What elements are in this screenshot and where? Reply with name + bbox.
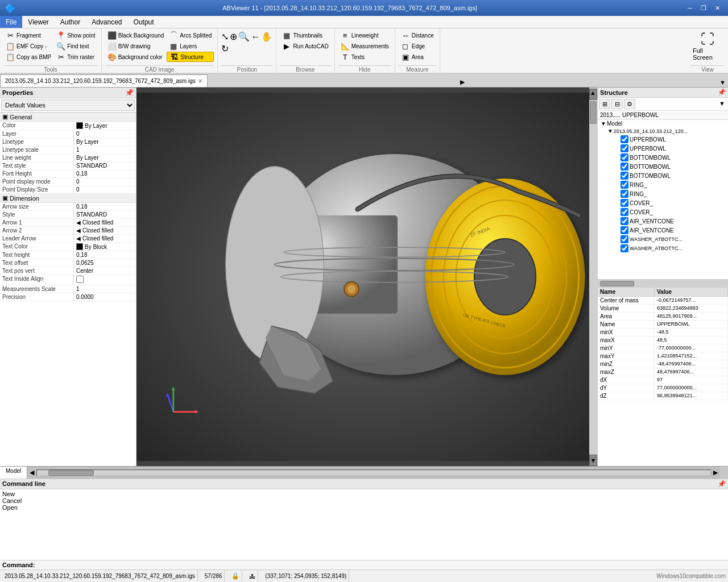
tree-item-11[interactable]: WASHER_ATBOTTC...	[598, 235, 728, 244]
tree-item-5[interactable]: RING_	[598, 180, 728, 189]
section-dimension[interactable]: ▣ Dimension	[0, 194, 136, 203]
tree-cb-12[interactable]	[621, 244, 628, 252]
thumbnails-btn[interactable]: ▦ Thumbnails	[280, 30, 330, 40]
section-general[interactable]: ▣ General	[0, 113, 136, 122]
menu-author[interactable]: Author	[55, 16, 86, 28]
view-tab-model[interactable]: Model	[0, 467, 27, 479]
texts-btn[interactable]: T Texts	[338, 52, 391, 62]
fragment-btn[interactable]: ✂ Fragment	[3, 30, 53, 40]
viewport[interactable]: ZF INDIA OIL TYPE ATF CHECK	[136, 88, 597, 466]
tree-item-7[interactable]: COVER_	[598, 198, 728, 207]
tree-cb-1[interactable]	[621, 144, 628, 152]
menu-file[interactable]: File	[0, 16, 22, 28]
trim-raster-btn[interactable]: ✂ Trim raster	[54, 52, 97, 62]
tree-cb-11[interactable]	[621, 235, 628, 243]
h-scroll-thumb[interactable]	[48, 470, 94, 476]
h-scrollbar-container[interactable]: ◀ ▶	[27, 467, 720, 479]
tree-file[interactable]: ▼ 2013.05.28_14.10.33.212_120...	[598, 127, 728, 135]
cmd-input-row: Command:	[0, 560, 728, 569]
tree-item-1[interactable]: UPPERBOWL	[598, 144, 728, 153]
lineweight-btn[interactable]: ≡ Lineweight	[338, 30, 391, 40]
copy-emf-btn[interactable]: 📋 EMF Copy -	[3, 41, 53, 51]
pos-icon-4[interactable]: ←	[251, 32, 260, 42]
struct-btn-2[interactable]: ⊟	[611, 99, 623, 109]
area-btn[interactable]: ▣ Area	[399, 52, 436, 62]
tree-cb-9[interactable]	[621, 217, 628, 225]
pos-icon-6[interactable]: ↻	[221, 43, 229, 54]
restore-button[interactable]: ❐	[697, 3, 710, 13]
tree-cb-5[interactable]	[621, 181, 628, 189]
tree-cb-3[interactable]	[621, 163, 628, 171]
close-button[interactable]: ✕	[711, 3, 723, 13]
tree-item-2[interactable]: BOTTOMBOWL	[598, 153, 728, 162]
pos-icon-3[interactable]: 🔍	[238, 31, 250, 42]
props-row-4: minX -48,5	[598, 329, 728, 336]
tree-item-3[interactable]: BOTTOMBOWL	[598, 162, 728, 171]
tab-close-btn[interactable]: ✕	[198, 78, 202, 84]
show-point-icon: 📍	[56, 31, 65, 40]
layers-btn[interactable]: ▦ Layers	[167, 41, 214, 51]
tree-item-10[interactable]: AIR_VENTCONE	[598, 226, 728, 235]
cmd-pin[interactable]: 📌	[718, 480, 726, 488]
tree-scroll-thumb[interactable]	[600, 281, 634, 286]
menu-viewer[interactable]: Viewer	[22, 16, 54, 28]
fullscreen-btn[interactable]: ⛶ Full Screen	[690, 30, 725, 62]
edge-btn[interactable]: ◻ Edge	[399, 41, 436, 51]
tree-item-0[interactable]: UPPERBOWL	[598, 135, 728, 144]
struct-btn-1[interactable]: ⊞	[599, 99, 610, 109]
tree-scrollbar-h[interactable]	[598, 279, 728, 287]
distance-btn[interactable]: ↔ Distance	[399, 30, 436, 40]
bg-color-btn[interactable]: 🎨 Background color	[105, 52, 167, 62]
find-text-btn[interactable]: 🔍 Find text	[54, 41, 97, 51]
minimize-button[interactable]: ─	[684, 3, 696, 13]
bw-drawing-btn[interactable]: ⬜ B/W drawing	[105, 41, 167, 51]
arcs-btn[interactable]: ⌒ Arcs Splitted	[167, 30, 214, 40]
tree-item-4[interactable]: BOTTOMBOWL	[598, 171, 728, 180]
run-autocad-btn[interactable]: ▶ Run AutoCAD	[280, 41, 330, 51]
tree-cb-0[interactable]	[621, 135, 628, 143]
menu-advanced[interactable]: Advanced	[86, 16, 127, 28]
tree-cb-10[interactable]	[621, 226, 628, 234]
scroll-right[interactable]: ▶	[711, 469, 720, 476]
measurements-label: Measurements	[351, 43, 389, 49]
pos-icon-2[interactable]: ⊕	[230, 31, 237, 42]
tree-model[interactable]: ▼ Model	[598, 120, 728, 127]
tree-cb-4[interactable]	[621, 172, 628, 180]
scrollbar-thumb-v[interactable]	[590, 101, 597, 124]
tree-model-toggle[interactable]: ▼	[600, 120, 607, 127]
cmd-input-field[interactable]	[37, 562, 726, 568]
menu-output[interactable]: Output	[128, 16, 160, 28]
tree-item-9[interactable]: AIR_VENTCONE	[598, 217, 728, 226]
text-inside-align-checkbox[interactable]	[76, 276, 84, 283]
scrollbar-vertical[interactable]: ▲ ▼	[589, 88, 597, 466]
tree-file-toggle[interactable]: ▼	[607, 128, 614, 134]
tree-item-8[interactable]: COVER_	[598, 207, 728, 217]
doc-tab-main[interactable]: 2013.05.28_14.10.33.212_120.60.159.192_7…	[0, 74, 208, 87]
black-bg-btn[interactable]: ⬛ Black Background	[105, 30, 167, 40]
show-point-btn[interactable]: 📍 Show point	[54, 30, 97, 40]
tree-area[interactable]: ▼ Model ▼ 2013.05.28_14.10.33.212_120...…	[598, 120, 728, 279]
tree-cb-2[interactable]	[621, 153, 628, 161]
tree-item-6[interactable]: RING_	[598, 189, 728, 198]
scroll-left[interactable]: ◀	[27, 469, 36, 476]
h-scrollbar[interactable]	[36, 469, 711, 476]
tree-cb-8[interactable]	[621, 208, 628, 216]
scrollbar-down[interactable]: ▼	[589, 455, 597, 466]
pos-icon-5[interactable]: ✋	[261, 31, 272, 42]
structure-btn[interactable]: 🏗 Structure	[167, 52, 214, 62]
tab-scroll-right[interactable]: ▶	[458, 77, 467, 87]
tab-expand[interactable]: ▼	[717, 78, 728, 87]
scrollbar-up[interactable]: ▲	[589, 89, 597, 100]
properties-pin[interactable]: 📌	[125, 89, 134, 97]
pos-icon-1[interactable]: ⤡	[221, 31, 229, 42]
measurements-btn[interactable]: 📐 Measurements	[338, 41, 391, 51]
copy-bmp-btn[interactable]: 📋 Copy as BMP	[3, 52, 53, 62]
tree-cb-6[interactable]	[621, 190, 628, 198]
properties-selector[interactable]: Default Values	[1, 99, 135, 111]
structure-pin[interactable]: 📌	[718, 89, 726, 96]
tree-item-12[interactable]: WASHER_ATBOTTC...	[598, 244, 728, 253]
struct-scroll-btn[interactable]: ▼	[719, 100, 727, 108]
struct-btn-3[interactable]: ⚙	[624, 99, 635, 109]
tree-cb-7[interactable]	[621, 199, 628, 207]
tools-col2: 📍 Show point 🔍 Find text ✂ Trim raster	[54, 30, 97, 62]
